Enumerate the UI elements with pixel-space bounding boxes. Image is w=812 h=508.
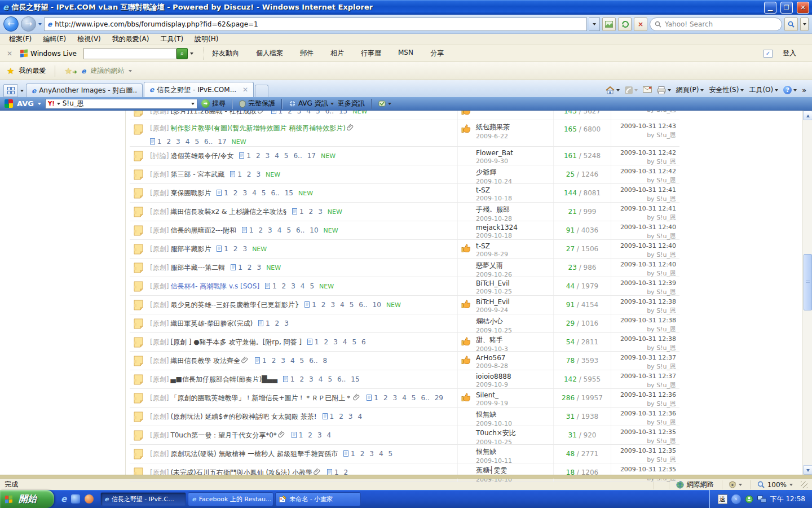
live-link-share[interactable]: 分享 <box>430 49 444 58</box>
quick-tabs-button[interactable] <box>3 84 18 97</box>
page-number-link[interactable]: 4 <box>277 226 282 234</box>
live-link-photos[interactable]: 相片 <box>330 49 344 58</box>
last-poster-link[interactable]: by S!u_恩 <box>647 158 676 165</box>
help-menu[interactable]: ? <box>783 86 797 94</box>
page-number-link[interactable]: 6 <box>361 338 366 346</box>
last-poster-link[interactable]: by S!u_恩 <box>647 177 676 184</box>
author-link[interactable]: BiTcH_Evil <box>476 279 510 287</box>
page-number-link[interactable]: 2 <box>383 394 388 402</box>
page-number-link[interactable]: 2 <box>247 170 251 178</box>
thread-title-link[interactable]: 原創玩法(硬裝) 無敵槍神 一槍秒人 超級狙擊手雜賀孫市 <box>170 450 338 458</box>
scroll-up-button[interactable] <box>803 111 812 120</box>
page-menu[interactable]: 網頁(P) <box>676 85 704 95</box>
page-number-link[interactable]: 2 <box>258 226 263 234</box>
close-button[interactable]: ✕ <box>797 2 809 14</box>
last-poster-link[interactable]: by S!u_恩 <box>647 456 676 463</box>
author-link[interactable]: 惡夢乂雨 <box>476 261 503 269</box>
page-number-link[interactable]: 2 <box>309 208 314 216</box>
quick-launch-messenger-icon[interactable] <box>71 494 80 503</box>
page-number-link[interactable]: 1 <box>272 282 277 290</box>
page-number-link[interactable]: 2 <box>299 375 304 383</box>
page-number-link[interactable]: 4 <box>275 152 279 160</box>
ime-indicator[interactable]: 速 <box>718 494 727 504</box>
task-nobunaga-window[interactable]: e 信長之野望 - IPvE.C... <box>100 492 186 506</box>
page-number-link[interactable]: 3 <box>268 226 272 234</box>
last-poster-link[interactable]: by S!u_恩 <box>647 307 676 314</box>
page-number-link[interactable]: 1 <box>299 431 303 439</box>
page-number-link[interactable]: 6.. <box>337 375 346 383</box>
last-poster-link[interactable]: by S!u_恩 <box>647 382 676 389</box>
page-number-link[interactable]: 5 <box>300 357 304 365</box>
last-poster-link[interactable]: by S!u_恩 <box>647 251 676 259</box>
thread-title-link[interactable]: 第三部 - 宮本武藏 <box>170 170 224 178</box>
page-number-link[interactable]: 29 <box>435 394 443 402</box>
page-number-link[interactable]: 5 <box>195 138 199 146</box>
yahoo-search-input[interactable]: Yahoo! Search <box>650 17 782 31</box>
favorites-star-icon[interactable]: ★ <box>7 66 14 76</box>
thread-title-link[interactable]: 制作影片教學(有圖)(暫先新增特效圖片 稍後再補特效影片) <box>170 124 346 132</box>
tab-nobunaga-forum[interactable]: e 信長之野望 - IPvE.COM... ✕ <box>144 82 254 97</box>
author-link[interactable]: 恨無缺 <box>476 448 496 456</box>
safety-menu[interactable]: 安全性(S) <box>709 85 744 95</box>
page-number-link[interactable]: 4 <box>379 450 383 458</box>
page-number-link[interactable]: 6.. <box>309 357 317 365</box>
new-tab-stub[interactable] <box>255 85 268 97</box>
page-number-link[interactable]: 2 <box>321 301 326 309</box>
thread-title-link[interactable]: 織田信長攻裝x2 & 上杉謙信之半攻法§ <box>170 208 286 216</box>
thread-title-link[interactable]: [影片]11.2B團戰 - 社社成敗 <box>170 111 256 115</box>
page-number-link[interactable]: 3 <box>297 111 302 115</box>
page-number-link[interactable]: 5 <box>286 226 291 234</box>
page-number-link[interactable]: 3 <box>266 152 270 160</box>
author-link[interactable]: t-SZ <box>476 242 490 250</box>
vertical-scrollbar[interactable] <box>802 111 812 475</box>
page-number-link[interactable]: 15 <box>351 375 359 383</box>
compatibility-view-button[interactable] <box>602 17 616 31</box>
search-go-button[interactable] <box>784 17 798 31</box>
page-number-link[interactable]: 1 <box>157 138 162 146</box>
page-number-link[interactable]: 1 <box>249 226 254 234</box>
quick-launch-media-icon[interactable] <box>85 494 94 503</box>
refresh-button[interactable] <box>618 17 632 31</box>
avg-search-combo[interactable]: Y! S!u_恩 <box>45 99 197 109</box>
read-mail-button[interactable] <box>643 86 652 94</box>
tab-close-icon[interactable]: ✕ <box>242 86 248 94</box>
restore-button[interactable]: ❐ <box>780 2 793 14</box>
quick-launch-ie-icon[interactable]: e <box>61 494 67 504</box>
live-search-dropdown[interactable] <box>190 52 193 55</box>
live-link-friends[interactable]: 好友動向 <box>212 49 239 58</box>
page-number-link[interactable]: 1 <box>315 338 319 346</box>
resize-grip[interactable] <box>801 481 807 488</box>
page-number-link[interactable]: 1 <box>237 170 242 178</box>
avg-info-menu[interactable]: AVG 資訊 <box>289 99 334 108</box>
combo-history-dropdown[interactable] <box>191 103 195 105</box>
page-number-link[interactable]: 8 <box>323 357 328 365</box>
thread-title-link[interactable]: [原創 ] ●豬手本多 攻守兼備。[附rp, 問答 ] <box>170 338 302 346</box>
scrollbar-thumb[interactable] <box>804 254 812 310</box>
network-tray-icon[interactable] <box>757 496 766 503</box>
page-number-link[interactable]: 6.. <box>271 189 279 197</box>
menu-favorites[interactable]: 我的最愛(A) <box>107 34 155 44</box>
page-number-link[interactable]: 2 <box>256 152 261 160</box>
page-number-link[interactable]: 1 <box>238 264 242 271</box>
thread-title-link[interactable]: 服部半藏影片 <box>170 245 211 253</box>
back-button[interactable]: ← <box>3 16 19 32</box>
page-number-link[interactable]: 1 <box>224 245 228 253</box>
last-poster-link[interactable]: by S!u_恩 <box>647 326 676 333</box>
author-link[interactable]: 紙包蘋果茶 <box>476 123 510 131</box>
feeds-button[interactable] <box>625 86 638 94</box>
live-link-msn[interactable]: MSN <box>398 49 413 58</box>
thread-title-link[interactable]: 信長杯4- 高潮戰隊 v.s [SOS] <box>170 282 259 290</box>
author-link[interactable]: t-SZ <box>476 186 490 194</box>
last-poster-link[interactable]: by S!u_恩 <box>647 195 676 203</box>
last-poster-link[interactable]: by S!u_恩 <box>647 419 676 426</box>
search-options-dropdown[interactable] <box>800 17 809 31</box>
toolbar-close-icon[interactable]: ✕ <box>7 50 12 58</box>
page-number-link[interactable]: 4 <box>290 357 295 365</box>
author-link[interactable]: 恨無缺 <box>476 410 496 418</box>
page-number-link[interactable]: 3 <box>330 301 335 309</box>
home-button[interactable] <box>606 86 620 94</box>
page-number-link[interactable]: 4 <box>343 338 347 346</box>
author-link[interactable]: 少爺輝 <box>476 168 496 176</box>
thread-title-link[interactable]: (原創玩法) 延續$#的秒殺神話吧 女太閤殿 茶茶! <box>170 413 316 421</box>
page-number-link[interactable]: 5 <box>412 394 416 402</box>
